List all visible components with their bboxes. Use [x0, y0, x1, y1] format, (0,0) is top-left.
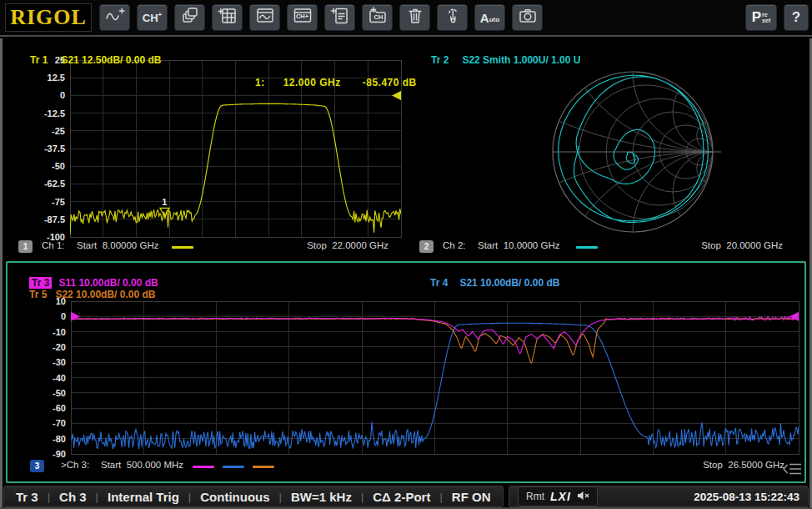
channel3-window-active[interactable]: 100-10-20-30-40-50-60-70-80-90 Tr 3S11 1… [6, 261, 806, 483]
svg-text:-40: -40 [53, 373, 66, 383]
screenshot-button[interactable] [512, 4, 543, 31]
channel-window-button[interactable]: CH+ [287, 4, 318, 31]
speaker-muted-icon [577, 489, 589, 504]
tr5-header: Tr 5S22 10.00dB/ 0.00 dB [13, 277, 155, 312]
auto-label: A [480, 11, 489, 25]
status-rf-power: RF ON [452, 490, 491, 504]
window-waveform-icon [255, 7, 275, 28]
tr1-color-swatch [172, 246, 193, 249]
remote-indicators: Rmt LXI [518, 486, 598, 506]
ch2-label: Ch 2: [443, 240, 466, 250]
channel2-window[interactable]: Tr 2S22 Smith 1.000U/ 1.00 U 2 Ch 2: Sta… [406, 38, 806, 260]
status-bar: Tr 3| Ch 3| Internal Trig| Continuous| B… [0, 486, 812, 507]
window-layout-button[interactable] [174, 4, 205, 31]
tr1-header: Tr 1S21 12.50dB/ 0.00 dB [13, 43, 161, 78]
svg-text:-80: -80 [53, 434, 66, 444]
svg-text:-75: -75 [52, 197, 65, 207]
status-trace: Tr 3 [16, 490, 38, 504]
menu-lines-icon [783, 461, 803, 476]
tr4-color-swatch [223, 466, 244, 468]
lxi-logo: LXI [550, 490, 571, 503]
status-channel: Ch 3 [59, 490, 87, 504]
menu-expand-tab[interactable] [783, 461, 803, 480]
touch-button[interactable] [437, 4, 468, 31]
ch2-stop: Stop 20.0000 GHz [701, 240, 783, 250]
ch3-start: Start 500.000 MHz [101, 460, 183, 470]
auto-scale-button[interactable]: Auto [474, 4, 505, 31]
status-trigger-source: Internal Trig [108, 490, 179, 504]
ch2-start: Start 10.0000 GHz [478, 240, 559, 250]
window-channel-label: CH+ [288, 13, 317, 20]
doc-plus-icon [330, 7, 350, 28]
svg-text:-60: -60 [53, 403, 66, 413]
trace-window-button[interactable] [249, 4, 280, 31]
remote-label: Rmt [526, 491, 544, 502]
status-sweep-mode: Continuous [200, 490, 269, 504]
tr2-color-swatch [576, 246, 598, 249]
tr5-color-swatch [253, 466, 274, 468]
status-left: Tr 3| Ch 3| Internal Trig| Continuous| B… [3, 486, 504, 507]
camera-icon [518, 7, 538, 28]
channel-add-label: CH [143, 12, 158, 24]
ch1-stop: Stop 22.0000 GHz [307, 240, 388, 250]
status-if-bandwidth: BW=1 kHz [291, 490, 352, 504]
touch-icon [443, 7, 463, 28]
tr3-color-swatch [193, 466, 214, 468]
tr4-header: Tr 4S21 10.00dB/ 0.00 dB [414, 265, 559, 300]
channel-add-button[interactable]: CH+ [137, 4, 168, 31]
ch1-start: Start 8.00000 GHz [77, 240, 158, 250]
status-right: Rmt LXI 2025-08-13 15:22:43 [509, 486, 809, 507]
svg-text:-37.5: -37.5 [44, 144, 65, 154]
svg-text:-87.5: -87.5 [44, 214, 65, 224]
svg-text:0: 0 [60, 90, 65, 100]
svg-text:-12.5: -12.5 [44, 108, 65, 118]
auto-label-small: uto [489, 16, 499, 23]
ch1-label: Ch 1: [42, 240, 65, 250]
preset-label-small: reset [762, 12, 770, 23]
channel2-badge[interactable]: 2 [419, 240, 434, 253]
toolbar: RIGOL CH+ CH+ [0, 0, 812, 37]
help-button[interactable]: ? [784, 4, 809, 31]
svg-text:-90: -90 [53, 449, 66, 459]
channel3-badge[interactable]: 3 [30, 460, 44, 472]
datetime: 2025-08-13 15:22:43 [694, 491, 799, 503]
plus-icon: + [158, 11, 163, 18]
trace-add-button[interactable] [99, 4, 130, 31]
preset-button[interactable]: P reset [745, 4, 777, 31]
left-bezel [0, 38, 3, 507]
svg-text:-70: -70 [53, 418, 66, 428]
recall-channel-button[interactable]: CH [362, 4, 393, 31]
rigol-logo: RIGOL [5, 3, 92, 32]
waveform-plus-icon [105, 7, 125, 28]
svg-text:-20: -20 [53, 342, 66, 352]
svg-text:-62.5: -62.5 [44, 179, 65, 189]
svg-text:0: 0 [61, 311, 66, 321]
vna-screen: RIGOL CH+ CH+ [0, 0, 812, 509]
status-calibration: CΔ 2-Port [373, 490, 430, 504]
toolbar-buttons: CH+ CH+ CH [99, 4, 543, 31]
marker-table-button[interactable] [212, 4, 243, 31]
trash-icon [405, 7, 425, 28]
recall-channel-label: CH [365, 13, 392, 21]
channel1-badge[interactable]: 1 [18, 240, 33, 253]
help-icon: ? [792, 9, 800, 26]
save-trace-button[interactable] [324, 4, 355, 31]
svg-text:1: 1 [162, 197, 167, 207]
svg-text:-50: -50 [52, 161, 65, 171]
layers-icon [180, 7, 200, 28]
channel1-window[interactable]: 2512.50-12.5-25-37.5-50-62.5-75-87.5-100… [5, 38, 405, 260]
marker1-readout: 1:12.000 GHz-85.470 dB [236, 65, 417, 100]
svg-text:-10: -10 [53, 327, 66, 337]
preset-label-p: P [752, 9, 761, 26]
delete-button[interactable] [399, 4, 430, 31]
svg-text:-50: -50 [53, 388, 66, 398]
tr2-header: Tr 2S22 Smith 1.000U/ 1.00 U [414, 43, 580, 78]
table-plus-icon [218, 7, 238, 28]
ch3-label: >Ch 3: [61, 460, 89, 470]
svg-text:-30: -30 [53, 357, 66, 367]
ch3-stop: Stop 26.5000 GHz [703, 460, 784, 470]
svg-text:-25: -25 [52, 126, 65, 136]
